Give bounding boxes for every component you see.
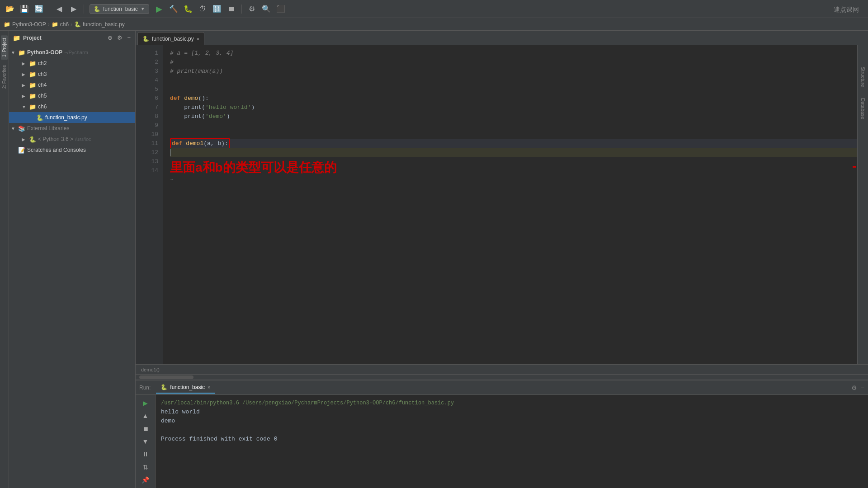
- forward-icon[interactable]: ▶: [67, 3, 80, 15]
- run-controls: ▶ ▲ ⏹ ▼ ⏸ ⇅ 📌: [136, 395, 156, 488]
- tab-close-btn[interactable]: ×: [197, 36, 199, 42]
- code-line-8: print('demo'): [170, 112, 857, 121]
- sync-icon[interactable]: 🔄: [33, 3, 45, 15]
- h-scroll-thumb[interactable]: [139, 375, 193, 379]
- panel-settings-icon[interactable]: ⚙: [116, 33, 123, 42]
- run-sort-btn[interactable]: ⇅: [139, 461, 152, 472]
- function-context: demo1(): [141, 367, 160, 372]
- tree-external-libs[interactable]: ▼ 📚 External Libraries: [9, 123, 135, 134]
- run-tab-function-basic[interactable]: 🐍 function_basic ×: [156, 382, 215, 394]
- open-folder-icon[interactable]: 📂: [4, 3, 16, 15]
- tree-ch2[interactable]: ▶ 📁 ch2: [9, 58, 135, 69]
- run-output-line-1: hello world: [161, 408, 863, 417]
- run-tab-name: function_basic: [170, 384, 205, 390]
- minimize-run-icon[interactable]: −: [861, 384, 864, 391]
- tree-file-label: function_basic.py: [45, 114, 87, 121]
- tree-ch3-label: ch3: [38, 71, 47, 77]
- code-line-11: def demo1(a, b):: [170, 139, 857, 148]
- code-content[interactable]: # a = [1, 2, 3, 4] # # print(max(a)) def…: [163, 45, 857, 364]
- tree-ch2-label: ch2: [38, 60, 47, 66]
- run-scroll-up-btn[interactable]: ▲: [139, 410, 152, 421]
- horizontal-scrollbar[interactable]: [136, 374, 868, 380]
- separator-2: [84, 5, 84, 14]
- tree-ch3[interactable]: ▶ 📁 ch3: [9, 69, 135, 80]
- main-layout: 1: Project 2: Favorites 📁 Project ⊕ ⚙ − …: [0, 31, 868, 488]
- code-editor[interactable]: 1 2 3 4 5 6 7 8 9 10 11 12 13 14: [136, 45, 857, 364]
- breakpoint-gutter: [136, 45, 141, 364]
- run-button[interactable]: ▶: [153, 3, 165, 15]
- run-output-line-2: demo: [161, 417, 863, 426]
- file-tree: ▼ 📁 Python3-OOP ~/Pycharm ▶ 📁 ch2 ▶ 📁 ch…: [9, 45, 135, 488]
- project-panel-header: 📁 Project ⊕ ⚙ −: [9, 31, 135, 45]
- code-line-2: #: [170, 58, 857, 67]
- project-vertical-tab[interactable]: 1: Project: [1, 35, 8, 60]
- tree-ch6[interactable]: ▼ 📁 ch6: [9, 101, 135, 112]
- panel-close-icon[interactable]: −: [126, 33, 132, 42]
- run-scroll-down-btn[interactable]: ▼: [139, 436, 152, 447]
- run-output-blank: [161, 426, 863, 435]
- tree-root[interactable]: ▼ 📁 Python3-OOP ~/Pycharm: [9, 47, 135, 58]
- tree-python36[interactable]: ▶ 🐍 < Python 3.6 > /usr/loc: [9, 134, 135, 145]
- tree-ch5[interactable]: ▶ 📁 ch5: [9, 90, 135, 101]
- run-tab-bar: Run: 🐍 function_basic × ⚙ −: [136, 380, 868, 395]
- breadcrumb-project[interactable]: Python3-OOP: [12, 21, 46, 28]
- tree-ch4[interactable]: ▶ 📁 ch4: [9, 80, 135, 90]
- code-line-10: [170, 130, 857, 139]
- debug-icon[interactable]: 🐛: [182, 3, 194, 15]
- error-indicator: [853, 166, 856, 168]
- stop-icon[interactable]: ⏹: [225, 3, 238, 15]
- tree-ext-libs-label: External Libraries: [27, 125, 69, 131]
- code-line-6: def demo():: [170, 94, 857, 103]
- tree-scratches[interactable]: ▶ 📝 Scratches and Consoles: [9, 145, 135, 155]
- tree-function-basic[interactable]: ▶ 🐍 function_basic.py: [9, 112, 135, 123]
- coverage-icon[interactable]: 🔢: [211, 3, 223, 15]
- run-stop-btn[interactable]: ⏹: [139, 423, 152, 434]
- editor-tab-bar: 🐍 function_basic.py ×: [136, 31, 868, 45]
- editor-status: demo1(): [136, 364, 868, 374]
- panel-add-icon[interactable]: ⊕: [107, 33, 113, 42]
- settings-run-icon[interactable]: ⚙: [851, 384, 857, 391]
- run-output: /usr/local/bin/python3.6 /Users/pengxiao…: [156, 395, 868, 488]
- profile-icon[interactable]: ⏱: [196, 3, 209, 15]
- code-line-4: [170, 76, 857, 85]
- run-config-name: function_basic: [103, 6, 138, 12]
- tree-python36-label: < Python 3.6 >: [38, 136, 73, 142]
- tree-ch6-label: ch6: [38, 103, 47, 110]
- save-icon[interactable]: 💾: [18, 3, 31, 15]
- run-play-btn[interactable]: ▶: [139, 398, 152, 408]
- breadcrumb: 📁 Python3-OOP › 📁 ch6 › 🐍 function_basic…: [0, 18, 868, 31]
- annotation-text: 里面a和b的类型可以是任意的: [170, 159, 337, 177]
- breadcrumb-file[interactable]: function_basic.py: [83, 21, 125, 28]
- terminal-icon[interactable]: ⬛: [274, 3, 287, 15]
- run-pin-btn[interactable]: 📌: [139, 474, 152, 485]
- separator-1: [49, 5, 49, 14]
- code-line-7: print('hello world'): [170, 103, 857, 112]
- bottom-panel: Run: 🐍 function_basic × ⚙ − ▶ ▲ ⏹: [136, 380, 868, 488]
- code-line-5: [170, 85, 857, 94]
- run-content: ▶ ▲ ⏹ ▼ ⏸ ⇅ 📌 /usr/local/bin/python3.6 /…: [136, 395, 868, 488]
- tab-filename: function_basic.py: [152, 36, 194, 42]
- run-tab-close[interactable]: ×: [208, 385, 210, 390]
- breadcrumb-ch6[interactable]: ch6: [60, 21, 69, 28]
- run-panel-controls: ⚙ −: [851, 384, 864, 391]
- code-line-1: # a = [1, 2, 3, 4]: [170, 49, 857, 58]
- build-icon[interactable]: 🔨: [167, 3, 180, 15]
- right-sidebar: Structure Database: [857, 45, 868, 364]
- tree-scratches-label: Scratches and Consoles: [27, 147, 86, 153]
- code-line-12: [170, 148, 857, 157]
- favorites-vertical-tab[interactable]: 2: Favorites: [1, 62, 8, 91]
- back-icon[interactable]: ◀: [53, 3, 66, 15]
- run-label: Run:: [139, 385, 151, 391]
- run-config-dropdown[interactable]: 🐍 function_basic ▼: [90, 4, 149, 14]
- tree-ch5-label: ch5: [38, 93, 47, 99]
- editor-tab-function-basic[interactable]: 🐍 function_basic.py ×: [137, 32, 204, 45]
- structure-tab[interactable]: Structure: [859, 63, 868, 91]
- tree-root-label: Python3-OOP: [27, 49, 62, 56]
- settings-icon[interactable]: ⚙: [245, 3, 258, 15]
- tree-ch4-label: ch4: [38, 82, 47, 88]
- code-line-14: ~: [170, 175, 857, 184]
- run-pause-btn[interactable]: ⏸: [139, 449, 152, 460]
- search-icon[interactable]: 🔍: [260, 3, 273, 15]
- database-tab[interactable]: Database: [859, 94, 868, 123]
- toolbar: 📂 💾 🔄 ◀ ▶ 🐍 function_basic ▼ ▶ 🔨 🐛 ⏱ 🔢 ⏹…: [0, 0, 868, 18]
